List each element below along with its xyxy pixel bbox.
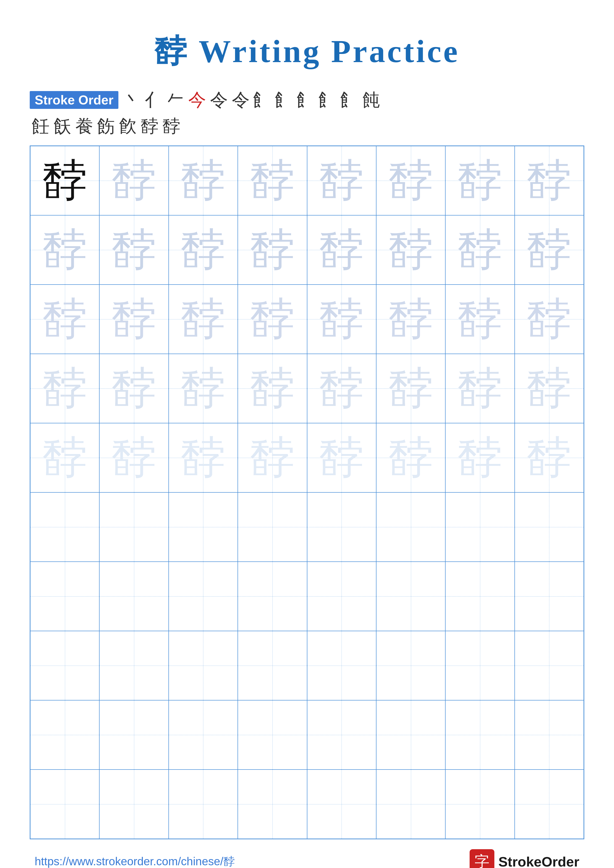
char-display: 馞 [527, 228, 571, 272]
char-display: 馞 [458, 366, 502, 411]
char-display: 馞 [389, 228, 433, 272]
cell-3-5: 馞 [307, 285, 376, 354]
cell-6-7[interactable] [445, 492, 515, 562]
cell-10-1[interactable] [30, 770, 99, 839]
cell-2-8: 馞 [515, 215, 584, 285]
cell-3-4: 馞 [238, 285, 307, 354]
cell-7-6[interactable] [376, 562, 445, 631]
cell-10-7[interactable] [445, 770, 515, 839]
cell-10-2[interactable] [99, 770, 168, 839]
cell-6-6[interactable] [376, 492, 445, 562]
page-title: 馞 Writing Practice [155, 30, 460, 73]
stroke-13: 飪 [32, 114, 50, 138]
cell-9-6[interactable] [376, 700, 445, 770]
stroke-11: 飠 [341, 88, 359, 112]
cell-2-5: 馞 [307, 215, 376, 285]
cell-8-3[interactable] [169, 631, 238, 700]
char-display: 馞 [181, 366, 225, 411]
cell-6-3[interactable] [169, 492, 238, 562]
char-display: 馞 [458, 297, 502, 341]
cell-1-3: 馞 [169, 146, 238, 215]
cell-3-7: 馞 [445, 285, 515, 354]
char-display: 馞 [319, 228, 364, 272]
stroke-19: 馞 [162, 114, 180, 138]
footer-url[interactable]: https://www.strokeorder.com/chinese/馞 [35, 854, 235, 868]
cell-5-7: 馞 [445, 423, 515, 492]
cell-9-2[interactable] [99, 700, 168, 770]
cell-6-5[interactable] [307, 492, 376, 562]
cell-8-7[interactable] [445, 631, 515, 700]
cell-7-8[interactable] [515, 562, 584, 631]
cell-3-1: 馞 [30, 285, 99, 354]
cell-9-1[interactable] [30, 700, 99, 770]
grid-row-4: 馞 馞 馞 馞 馞 馞 馞 馞 [30, 354, 584, 423]
cell-1-2: 馞 [99, 146, 168, 215]
cell-7-3[interactable] [169, 562, 238, 631]
cell-7-1[interactable] [30, 562, 99, 631]
grid-row-8 [30, 631, 584, 700]
cell-4-7: 馞 [445, 354, 515, 423]
cell-2-3: 馞 [169, 215, 238, 285]
stroke-4: 今 [188, 88, 206, 112]
char-display: 馞 [389, 158, 433, 203]
char-display: 馞 [458, 436, 502, 480]
cell-8-5[interactable] [307, 631, 376, 700]
cell-5-2: 馞 [99, 423, 168, 492]
cell-8-4[interactable] [238, 631, 307, 700]
cell-8-6[interactable] [376, 631, 445, 700]
cell-7-4[interactable] [238, 562, 307, 631]
cell-8-2[interactable] [99, 631, 168, 700]
cell-9-3[interactable] [169, 700, 238, 770]
stroke-7: 飠 [253, 88, 272, 112]
stroke-order-label: Stroke Order [30, 91, 118, 109]
cell-10-4[interactable] [238, 770, 307, 839]
cell-7-2[interactable] [99, 562, 168, 631]
cell-9-5[interactable] [307, 700, 376, 770]
cell-9-7[interactable] [445, 700, 515, 770]
cell-2-7: 馞 [445, 215, 515, 285]
char-display: 馞 [250, 436, 295, 480]
char-display: 馞 [250, 158, 295, 203]
cell-4-1: 馞 [30, 354, 99, 423]
cell-6-1[interactable] [30, 492, 99, 562]
cell-7-5[interactable] [307, 562, 376, 631]
cell-6-4[interactable] [238, 492, 307, 562]
practice-grid: 馞 馞 馞 馞 馞 馞 馞 馞 [30, 146, 584, 839]
char-display: 馞 [389, 436, 433, 480]
cell-5-1: 馞 [30, 423, 99, 492]
char-display: 馞 [458, 158, 502, 203]
char-display: 馞 [319, 158, 364, 203]
cell-8-1[interactable] [30, 631, 99, 700]
page: 馞 Writing Practice Stroke Order 丶 亻 𠂉 今 … [0, 0, 614, 868]
logo-icon: 字 [469, 849, 494, 868]
cell-4-5: 馞 [307, 354, 376, 423]
cell-4-2: 馞 [99, 354, 168, 423]
grid-row-5: 馞 馞 馞 馞 馞 馞 馞 馞 [30, 423, 584, 492]
char-display: 馞 [527, 297, 571, 341]
cell-10-8[interactable] [515, 770, 584, 839]
cell-10-6[interactable] [376, 770, 445, 839]
cell-5-5: 馞 [307, 423, 376, 492]
cell-10-3[interactable] [169, 770, 238, 839]
cell-9-4[interactable] [238, 700, 307, 770]
cell-2-4: 馞 [238, 215, 307, 285]
cell-6-2[interactable] [99, 492, 168, 562]
char-display: 馞 [112, 228, 156, 272]
char-display: 馞 [389, 366, 433, 411]
cell-7-7[interactable] [445, 562, 515, 631]
char-display: 馞 [112, 158, 156, 203]
cell-6-8[interactable] [515, 492, 584, 562]
stroke-10: 飠 [319, 88, 337, 112]
grid-row-3: 馞 馞 馞 馞 馞 馞 馞 馞 [30, 285, 584, 354]
cell-2-6: 馞 [376, 215, 445, 285]
stroke-5: 令 [210, 88, 228, 112]
grid-row-6 [30, 492, 584, 562]
grid-row-10 [30, 770, 584, 839]
cell-8-8[interactable] [515, 631, 584, 700]
cell-4-3: 馞 [169, 354, 238, 423]
cell-9-8[interactable] [515, 700, 584, 770]
cell-5-3: 馞 [169, 423, 238, 492]
cell-5-4: 馞 [238, 423, 307, 492]
cell-10-5[interactable] [307, 770, 376, 839]
cell-2-2: 馞 [99, 215, 168, 285]
